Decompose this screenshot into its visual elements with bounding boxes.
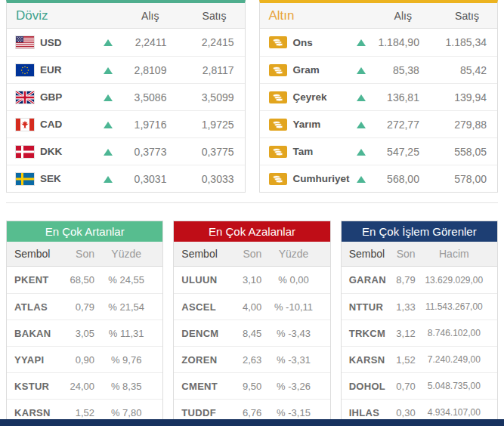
- satis-value: 2,8117: [168, 64, 235, 76]
- altin-header: Altın Alış Satış: [260, 3, 498, 29]
- stock-row-kstur[interactable]: KSTUR 24,00 % 8,35: [7, 372, 162, 399]
- trend-up-icon: [104, 122, 113, 128]
- doviz-row-dkk[interactable]: DKK 0,3773 0,3775: [7, 137, 245, 165]
- alis-value: 547,25: [375, 146, 421, 158]
- doviz-rows: USD 2,2411 2,2415 EUR 2,8109 2,8117 GBP …: [7, 29, 245, 192]
- currency-name-cell: EUR: [16, 64, 94, 76]
- stock-row-zoren[interactable]: ZOREN 2,63 % -3,31: [174, 346, 329, 372]
- stock-row-dencm[interactable]: DENCM 8,45 % -3,43: [174, 320, 329, 346]
- stock-row-karsn[interactable]: KARSN 1,52 7.240.249,00: [342, 346, 497, 372]
- stock-last-price: 2,63: [228, 354, 264, 366]
- section-divider: [6, 202, 498, 203]
- doviz-row-sek[interactable]: SEK 0,3031 0,3033: [7, 165, 245, 192]
- stock-row-cment[interactable]: CMENT 9,50 % -3,26: [174, 372, 329, 399]
- flag-eu-icon: [16, 64, 34, 76]
- gold-type: Tam: [293, 146, 314, 157]
- doviz-panel: Döviz Alış Satış USD 2,2411 2,2415 EUR 2…: [6, 0, 246, 193]
- satis-value: 139,94: [421, 91, 488, 103]
- currency-code: DKK: [40, 146, 62, 157]
- stock-last-price: 9,50: [228, 381, 264, 392]
- stock-row-trkcm[interactable]: TRKCM 3,12 8.746.102,00: [342, 320, 497, 346]
- stock-percent: % 8,35: [97, 381, 155, 392]
- stock-row-pkent[interactable]: PKENT 68,50 % 24,55: [7, 267, 162, 293]
- col-yuzde: Yüzde: [264, 248, 322, 260]
- gold-type: Yarım: [293, 119, 321, 130]
- most-traded-title-bar: En Çok İşlem Görenler: [342, 221, 497, 242]
- altin-row-tam[interactable]: Tam 547,25 558,05: [260, 137, 498, 165]
- gainers-title: En Çok Artanlar: [45, 225, 125, 238]
- doviz-row-usd[interactable]: USD 2,2411 2,2415: [7, 29, 245, 56]
- altin-row-yarım[interactable]: Yarım 272,77 279,88: [260, 110, 498, 137]
- stock-row-nttur[interactable]: NTTUR 1,33 11.543.267,00: [342, 293, 497, 320]
- trend-up-icon: [104, 176, 113, 183]
- stock-row-atlas[interactable]: ATLAS 0,79 % 21,54: [7, 293, 162, 320]
- flag-ca-icon: [16, 119, 34, 131]
- stock-symbol: KARSN: [349, 354, 391, 366]
- stock-row-yyapi[interactable]: YYAPI 0,90 % 9,76: [7, 346, 162, 372]
- flag-gb-icon: [16, 91, 34, 103]
- col-sembol: Sembol: [349, 248, 391, 260]
- satis-value: 3,5099: [168, 91, 235, 103]
- gold-coins-icon: [269, 146, 287, 158]
- stock-last-price: 3,05: [61, 328, 97, 339]
- stock-row-garan[interactable]: GARAN 8,79 13.629.029,00: [342, 267, 497, 293]
- flag-dk-icon: [16, 146, 34, 158]
- stock-percent: % -3,26: [264, 381, 322, 392]
- stock-volume: 5.048.735,00: [419, 381, 490, 391]
- altin-row-gram[interactable]: Gram 85,38 85,42: [260, 56, 498, 83]
- stock-volume: 8.746.102,00: [419, 328, 490, 338]
- stock-percent: % 0,00: [264, 274, 322, 286]
- altin-panel: Altın Alış Satış Ons 1.184,90 1.185,34 G…: [259, 0, 499, 193]
- gold-name-cell: Gram: [269, 64, 348, 76]
- footer-bar: [0, 419, 504, 426]
- doviz-row-gbp[interactable]: GBP 3,5086 3,5099: [7, 83, 245, 110]
- currency-name-cell: SEK: [16, 173, 94, 185]
- altin-row-ons[interactable]: Ons 1.184,90 1.185,34: [260, 29, 498, 56]
- currency-code: CAD: [40, 119, 62, 130]
- losers-title-bar: En Çok Azalanlar: [174, 221, 329, 242]
- stock-symbol: ZOREN: [181, 354, 228, 366]
- altin-row-çeyrek[interactable]: Çeyrek 136,81 139,94: [260, 83, 498, 110]
- alis-value: 2,2411: [122, 36, 168, 48]
- most-traded-title: En Çok İşlem Görenler: [362, 225, 477, 238]
- doviz-row-eur[interactable]: EUR 2,8109 2,8117: [7, 56, 245, 83]
- stock-row-uluun[interactable]: ULUUN 3,10 % 0,00: [174, 267, 329, 293]
- gainers-title-bar: En Çok Artanlar: [7, 221, 162, 242]
- stock-row-dohol[interactable]: DOHOL 0,70 5.048.735,00: [342, 372, 497, 399]
- col-hacim: Hacim: [419, 248, 490, 260]
- alis-value: 2,8109: [122, 64, 168, 76]
- col-son: Son: [228, 248, 264, 260]
- stock-last-price: 0,30: [391, 407, 419, 418]
- gold-name-cell: Ons: [269, 36, 348, 48]
- gold-type: Cumhuriyet: [293, 173, 350, 184]
- doviz-title: Döviz: [16, 8, 122, 23]
- stock-last-price: 3,10: [228, 274, 264, 286]
- currency-code: SEK: [40, 173, 61, 184]
- stock-last-price: 0,90: [61, 354, 97, 366]
- gold-coins-icon: [269, 173, 287, 185]
- col-sembol: Sembol: [181, 248, 228, 260]
- alis-value: 0,3031: [122, 173, 168, 185]
- stock-symbol: PKENT: [14, 274, 61, 286]
- stock-last-price: 8,79: [391, 274, 419, 286]
- stock-last-price: 68,50: [61, 274, 97, 286]
- stock-last-price: 0,70: [391, 381, 419, 392]
- stock-last-price: 1,52: [391, 354, 419, 366]
- losers-title: En Çok Azalanlar: [209, 225, 295, 238]
- doviz-row-cad[interactable]: CAD 1,9716 1,9725: [7, 110, 245, 137]
- gold-coins-icon: [269, 64, 287, 76]
- stock-row-bakan[interactable]: BAKAN 3,05 % 11,31: [7, 320, 162, 346]
- alis-value: 1.184,90: [375, 36, 421, 48]
- losers-rows: ULUUN 3,10 % 0,00 ASCEL 4,00 % -10,11 DE…: [174, 267, 329, 425]
- market-widgets-page: Döviz Alış Satış USD 2,2411 2,2415 EUR 2…: [0, 0, 504, 426]
- flag-se-icon: [16, 173, 34, 185]
- stock-row-ascel[interactable]: ASCEL 4,00 % -10,11: [174, 293, 329, 320]
- satis-value: 1,9725: [168, 119, 235, 131]
- altin-rows: Ons 1.184,90 1.185,34 Gram 85,38 85,42 Ç…: [260, 29, 498, 192]
- altin-row-cumhuriyet[interactable]: Cumhuriyet 568,00 578,00: [260, 165, 498, 192]
- gold-name-cell: Yarım: [269, 119, 348, 131]
- gainers-panel: En Çok Artanlar Sembol Son Yüzde PKENT 6…: [6, 221, 163, 426]
- col-son: Son: [61, 248, 97, 260]
- rates-section: Döviz Alış Satış USD 2,2411 2,2415 EUR 2…: [6, 0, 498, 193]
- currency-code: EUR: [40, 64, 62, 76]
